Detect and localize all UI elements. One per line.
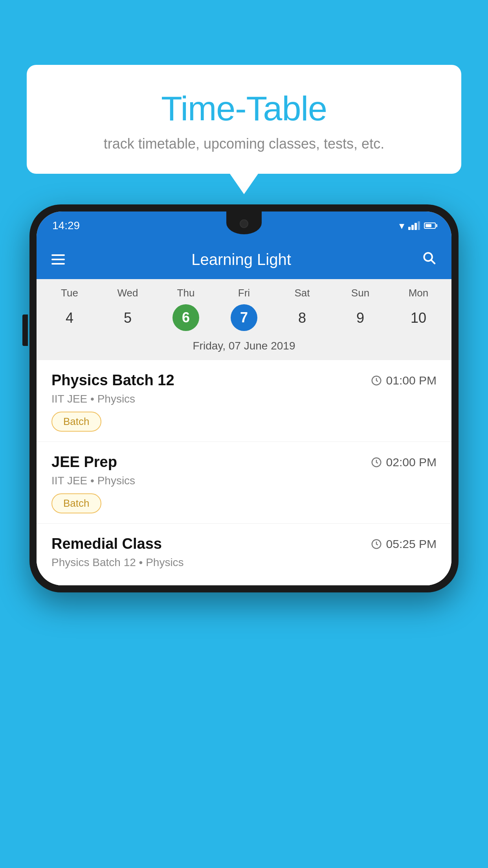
time-label-2: 02:00 PM — [386, 456, 437, 469]
search-icon[interactable] — [422, 250, 437, 269]
schedule-meta-1: IIT JEE • Physics — [51, 393, 437, 405]
speech-bubble-container: Time-Table track timetable, upcoming cla… — [27, 65, 461, 174]
date-9[interactable]: 9 — [331, 304, 389, 332]
schedule-container: Physics Batch 12 01:00 PM IIT JEE • Phys… — [37, 360, 451, 585]
batch-badge-1: Batch — [51, 412, 101, 432]
day-wed[interactable]: Wed — [99, 287, 157, 299]
speech-bubble: Time-Table track timetable, upcoming cla… — [27, 65, 461, 174]
app-bar: Learning Light — [37, 240, 451, 279]
date-4[interactable]: 4 — [40, 304, 99, 332]
date-8[interactable]: 8 — [273, 304, 331, 332]
time-label-1: 01:00 PM — [386, 374, 437, 387]
phone-outer: 14:29 ▾ — [29, 204, 459, 592]
schedule-time-3: 05:25 PM — [371, 537, 437, 551]
schedule-meta-2: IIT JEE • Physics — [51, 474, 437, 487]
phone-mockup: 14:29 ▾ — [29, 204, 459, 868]
bubble-title: Time-Table — [46, 88, 442, 129]
clock-icon-2 — [371, 456, 382, 468]
signal-icon — [408, 221, 420, 230]
camera-dot — [240, 219, 248, 228]
status-time: 14:29 — [52, 219, 80, 232]
date-7-selected[interactable]: 7 — [231, 304, 257, 331]
battery-icon — [424, 223, 436, 229]
day-sat[interactable]: Sat — [273, 287, 331, 299]
calendar-strip: Tue Wed Thu Fri Sat Sun Mon 4 5 6 7 8 9 … — [37, 279, 451, 360]
schedule-title-3: Remedial Class — [51, 535, 162, 552]
bubble-subtitle: track timetable, upcoming classes, tests… — [46, 136, 442, 152]
day-thu[interactable]: Thu — [157, 287, 215, 299]
schedule-title-2: JEE Prep — [51, 454, 117, 471]
day-mon[interactable]: Mon — [389, 287, 448, 299]
time-label-3: 05:25 PM — [386, 537, 437, 551]
date-10[interactable]: 10 — [389, 304, 448, 332]
hamburger-icon[interactable] — [51, 254, 65, 265]
schedule-item-2[interactable]: JEE Prep 02:00 PM IIT JEE • Physics Batc… — [37, 442, 451, 524]
schedule-item-1-header: Physics Batch 12 01:00 PM — [51, 372, 437, 389]
days-header: Tue Wed Thu Fri Sat Sun Mon — [37, 279, 451, 302]
schedule-item-3[interactable]: Remedial Class 05:25 PM Physics Batch 12… — [37, 524, 451, 585]
schedule-item-2-header: JEE Prep 02:00 PM — [51, 454, 437, 471]
day-fri[interactable]: Fri — [215, 287, 273, 299]
schedule-meta-3: Physics Batch 12 • Physics — [51, 556, 437, 569]
clock-icon-1 — [371, 375, 382, 386]
day-sun[interactable]: Sun — [331, 287, 389, 299]
date-5[interactable]: 5 — [99, 304, 157, 332]
status-icons: ▾ — [399, 220, 436, 232]
status-bar: 14:29 ▾ — [37, 211, 451, 240]
batch-badge-2: Batch — [51, 493, 101, 513]
schedule-title-1: Physics Batch 12 — [51, 372, 174, 389]
days-numbers: 4 5 6 7 8 9 10 — [37, 302, 451, 336]
schedule-time-1: 01:00 PM — [371, 374, 437, 387]
app-title: Learning Light — [77, 251, 406, 268]
date-6-today[interactable]: 6 — [172, 304, 199, 331]
wifi-icon: ▾ — [399, 220, 404, 232]
schedule-time-2: 02:00 PM — [371, 456, 437, 469]
svg-line-1 — [431, 260, 435, 263]
day-tue[interactable]: Tue — [40, 287, 99, 299]
phone-screen: 14:29 ▾ — [37, 211, 451, 585]
clock-icon-3 — [371, 538, 382, 550]
schedule-item-3-header: Remedial Class 05:25 PM — [51, 535, 437, 552]
schedule-item-1[interactable]: Physics Batch 12 01:00 PM IIT JEE • Phys… — [37, 360, 451, 442]
selected-date-label: Friday, 07 June 2019 — [37, 336, 451, 360]
